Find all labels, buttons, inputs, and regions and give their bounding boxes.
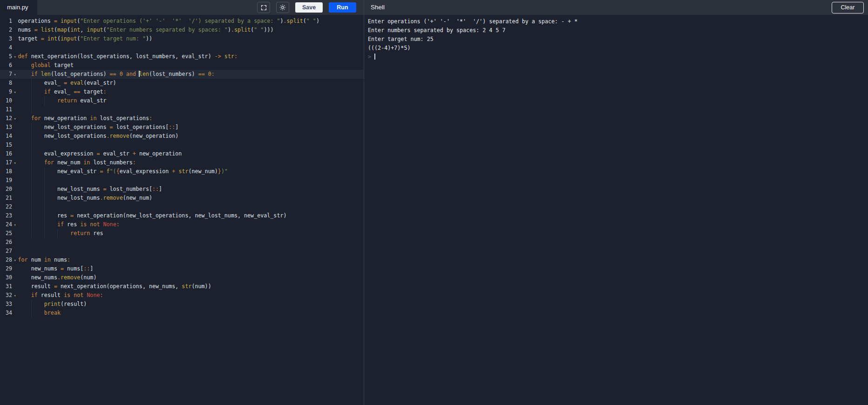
code-line[interactable]: 8 eval_ = eval(eval_str) <box>0 79 364 88</box>
line-number: 23 <box>0 211 12 220</box>
line-number: 8 <box>0 79 12 88</box>
fold-arrow-icon[interactable]: ▾ <box>12 115 18 123</box>
line-number: 16 <box>0 149 12 158</box>
code-line[interactable]: 18 new_eval_str = f"({eval_expression + … <box>0 167 364 176</box>
shell-line: (((2-4)+7)*5) <box>368 44 868 53</box>
code-line[interactable]: 34 break <box>0 309 364 317</box>
code-line[interactable]: 5▾def next_operation(lost_operations, lo… <box>0 52 364 61</box>
shell-line: Enter numbers separated by spaces: 2 4 5… <box>368 26 868 35</box>
tab-main-py[interactable]: main.py <box>0 0 37 15</box>
indent-guide <box>31 105 32 114</box>
indent-guide <box>31 309 32 317</box>
shell-prompt-line[interactable]: > <box>368 53 868 61</box>
editor-lines: 1operations = input("Enter operations ('… <box>0 17 364 317</box>
shell-line: Enter operations ('+' '-' '*' '/') separ… <box>368 17 868 26</box>
fold-arrow-icon[interactable]: ▾ <box>12 221 18 230</box>
line-number: 30 <box>0 273 12 282</box>
code-line[interactable]: 11 <box>0 105 364 114</box>
code-line[interactable]: 13 new_lost_operations = lost_operations… <box>0 123 364 132</box>
code-line[interactable]: 25 return res <box>0 229 364 238</box>
shell-lines: Enter operations ('+' '-' '*' '/') separ… <box>368 17 868 61</box>
code-line[interactable]: 24▾ if res is not None: <box>0 220 364 229</box>
code-line[interactable]: 14 new_lost_operations.remove(new_operat… <box>0 132 364 141</box>
code-line[interactable]: 22 <box>0 202 364 211</box>
code-line[interactable]: 17▾ for new_num in lost_numbers: <box>0 158 364 167</box>
line-number: 19 <box>0 176 12 185</box>
code-line[interactable]: 27 <box>0 247 364 256</box>
code-line[interactable]: 31 result = next_operation(operations, n… <box>0 282 364 291</box>
code-line[interactable]: 32▾ if result is not None: <box>0 291 364 300</box>
shell-output[interactable]: Enter operations ('+' '-' '*' '/') separ… <box>364 15 868 405</box>
line-number: 24 <box>0 220 12 229</box>
code-line[interactable]: 33 print(result) <box>0 300 364 309</box>
save-button[interactable]: Save <box>295 2 323 13</box>
indent-guide <box>31 211 32 220</box>
fold-arrow-icon[interactable]: ▾ <box>12 291 18 300</box>
line-number: 32 <box>0 291 12 300</box>
indent-guide <box>31 158 32 167</box>
indent-guide <box>44 220 45 229</box>
code-line[interactable]: 6 global target <box>0 61 364 70</box>
code-line[interactable]: 16 eval_expression = eval_str + new_oper… <box>0 149 364 158</box>
code-line[interactable]: 3target = int(input("Enter target num: "… <box>0 34 364 43</box>
line-number: 1 <box>0 17 12 26</box>
code-line[interactable]: 26 <box>0 238 364 247</box>
indent-guide <box>31 167 32 176</box>
fold-arrow-icon[interactable]: ▾ <box>12 88 18 97</box>
indent-guide <box>44 167 45 176</box>
line-number: 10 <box>0 96 12 105</box>
line-number: 33 <box>0 300 12 309</box>
line-number: 15 <box>0 141 12 149</box>
indent-guide <box>31 88 32 96</box>
code-line[interactable]: 1operations = input("Enter operations ('… <box>0 17 364 26</box>
line-number: 25 <box>0 229 12 238</box>
fold-arrow-icon[interactable]: ▾ <box>12 256 18 265</box>
theme-toggle-button[interactable] <box>276 2 289 13</box>
code-line[interactable]: 28▾for num in nums: <box>0 256 364 264</box>
code-line[interactable]: 20 new_lost_nums = lost_numbers[::] <box>0 185 364 194</box>
indent-guide <box>31 202 32 211</box>
indent-guide <box>44 185 45 194</box>
code-line[interactable]: 19 <box>0 176 364 185</box>
shell-panel-title: Shell <box>371 0 385 15</box>
line-number: 13 <box>0 123 12 132</box>
line-number: 2 <box>0 26 12 34</box>
fullscreen-button[interactable] <box>257 2 270 13</box>
indent-guide <box>44 211 45 220</box>
line-number: 31 <box>0 282 12 291</box>
shell-line: Enter target num: 25 <box>368 35 868 44</box>
sun-icon <box>279 4 286 11</box>
code-line[interactable]: 4 <box>0 43 364 52</box>
code-line[interactable]: 23 res = next_operation(new_lost_operati… <box>0 211 364 220</box>
clear-button[interactable]: Clear <box>832 2 864 14</box>
code-line[interactable]: 29 new_nums = nums[::] <box>0 264 364 273</box>
toolbar: main.py Save Run Shell Clear <box>0 0 868 15</box>
fold-arrow-icon[interactable]: ▾ <box>12 53 18 61</box>
line-number: 28 <box>0 256 12 264</box>
code-line[interactable]: 2nums = list(map(int, input("Enter numbe… <box>0 26 364 34</box>
run-button[interactable]: Run <box>329 2 356 13</box>
indent-guide <box>44 194 45 202</box>
indent-guide <box>31 194 32 202</box>
line-number: 11 <box>0 105 12 114</box>
code-line[interactable]: 21 new_lost_nums.remove(new_num) <box>0 194 364 202</box>
indent-guide <box>44 229 45 238</box>
code-line[interactable]: 7▾ if len(lost_operations) == 0 and len(… <box>0 70 364 79</box>
fold-arrow-icon[interactable]: ▾ <box>12 159 18 168</box>
line-number: 20 <box>0 185 12 194</box>
indent-guide <box>31 141 32 149</box>
indent-guide <box>31 220 32 229</box>
code-editor[interactable]: 1operations = input("Enter operations ('… <box>0 15 364 405</box>
line-number: 3 <box>0 34 12 43</box>
fold-arrow-icon[interactable]: ▾ <box>12 70 18 79</box>
indent-guide <box>57 229 58 238</box>
indent-guide <box>31 96 32 105</box>
code-line[interactable]: 10 return eval_str <box>0 96 364 105</box>
line-number: 12 <box>0 114 12 123</box>
indent-guide <box>31 176 32 185</box>
code-line[interactable]: 9▾ if eval_ == target: <box>0 88 364 96</box>
code-line[interactable]: 30 new_nums.remove(num) <box>0 273 364 282</box>
code-line[interactable]: 12▾ for new_operation in lost_operations… <box>0 114 364 123</box>
code-line[interactable]: 15 <box>0 141 364 149</box>
indent-guide <box>44 96 45 105</box>
